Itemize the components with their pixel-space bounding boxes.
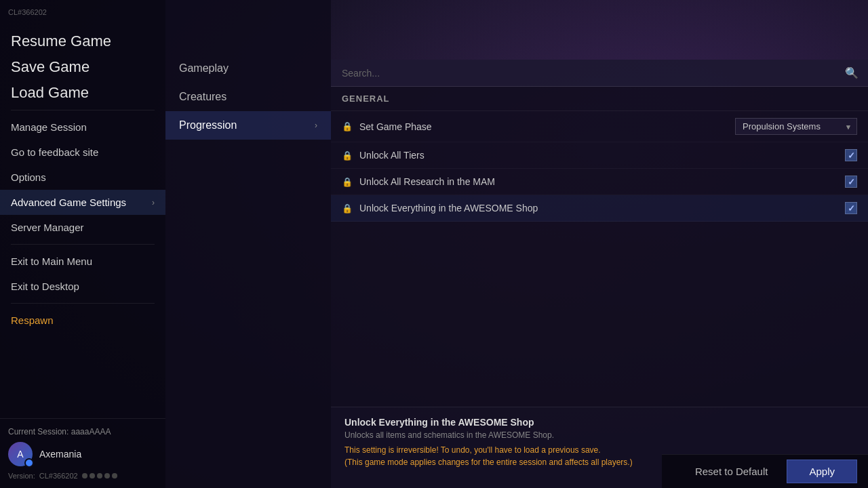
lock-icon-tiers: 🔒 [342,150,353,161]
separator-3 [11,303,155,304]
category-item-gameplay[interactable]: Gameplay [165,54,331,83]
info-description: Unlocks all items and schematics in the … [344,430,854,440]
setting-row-unlock-research[interactable]: 🔒 Unlock All Research in the MAM ✓ [331,169,868,195]
sidebar-item-resume-game[interactable]: Resume Game [0,28,165,54]
checkmark-research: ✓ [848,177,855,187]
section-header-general: General [331,87,868,111]
info-warning: This setting is irreversible! To undo, y… [344,445,854,455]
lock-icon-game-phase: 🔒 [342,121,353,131]
bottom-bar: Reset to Default Apply [662,454,868,488]
version-label: Version: [8,472,35,480]
category-item-creatures[interactable]: Creatures [165,83,331,111]
dot-4 [104,473,110,479]
reset-to-default-button[interactable]: Reset to Default [684,460,779,483]
search-input[interactable] [331,61,835,85]
sidebar-item-advanced-settings[interactable]: Advanced Game Settings › [0,190,165,215]
lock-icon-research: 🔒 [342,177,353,187]
progression-chevron-icon: › [315,121,317,130]
info-title: Unlock Everything in the AWESOME Shop [344,417,854,428]
session-label: Current Session: aaaaAAAA [8,427,157,436]
avatar-badge [24,458,34,468]
sidebar-item-feedback[interactable]: Go to feedback site [0,140,165,165]
sidebar-item-exit-desktop[interactable]: Exit to Desktop [0,274,165,299]
version-bottom: Version: CL#366202 [8,472,157,480]
setting-label-shop: Unlock Everything in the AWESOME Shop [359,203,845,214]
version-dots [82,473,117,479]
category-label-progression: Progression [179,119,237,131]
sidebar-item-save-game[interactable]: Save Game [0,54,165,80]
setting-row-unlock-shop[interactable]: 🔒 Unlock Everything in the AWESOME Shop … [331,195,868,222]
separator-1 [11,110,155,110]
setting-label-research: Unlock All Research in the MAM [359,176,845,187]
checkbox-unlock-research[interactable]: ✓ [845,176,857,188]
dot-5 [112,473,117,479]
sidebar-item-manage-session[interactable]: Manage Session [0,115,165,140]
sidebar: CL#366202 Resume Game Save Game Load Gam… [0,0,165,488]
game-phase-dropdown[interactable]: Propulsion Systems Early Game Mid Game L… [735,118,857,135]
category-label-gameplay: Gameplay [179,62,229,75]
user-row: A Axemania [8,442,157,466]
username: Axemania [39,449,81,460]
sidebar-item-options[interactable]: Options [0,165,165,190]
sidebar-nav: Resume Game Save Game Load Game Manage S… [0,22,165,418]
setting-row-unlock-tiers[interactable]: 🔒 Unlock All Tiers ✓ [331,142,868,169]
setting-label-game-phase: Set Game Phase [359,121,735,132]
checkbox-unlock-tiers[interactable]: ✓ [845,149,857,161]
version-tag: CL#366202 [0,5,165,22]
avatar: A [8,442,33,466]
dot-3 [97,473,102,479]
dot-2 [90,473,95,479]
settings-area: General 🔒 Set Game Phase Propulsion Syst… [331,87,868,407]
sidebar-item-server-manager[interactable]: Server Manager [0,215,165,240]
setting-label-tiers: Unlock All Tiers [359,150,845,161]
category-panel: Gameplay Creatures Progression › [165,0,331,488]
checkbox-unlock-shop[interactable]: ✓ [845,202,857,214]
sidebar-item-load-game[interactable]: Load Game [0,80,165,106]
lock-icon-shop: 🔒 [342,203,353,214]
search-bar: 🔍 [331,60,868,87]
dot-1 [82,473,87,479]
checkmark-tiers: ✓ [848,150,855,161]
category-label-creatures: Creatures [179,91,226,103]
sidebar-bottom: Current Session: aaaaAAAA A Axemania Ver… [0,418,165,488]
checkmark-shop: ✓ [848,203,855,214]
game-phase-dropdown-wrapper: Propulsion Systems Early Game Mid Game L… [735,118,857,135]
category-item-progression[interactable]: Progression › [165,111,331,140]
sidebar-item-exit-main[interactable]: Exit to Main Menu [0,249,165,274]
chevron-right-icon: › [152,198,155,207]
sidebar-item-respawn[interactable]: Respawn [0,308,165,333]
search-icon[interactable]: 🔍 [835,60,868,86]
separator-2 [11,244,155,245]
setting-row-game-phase[interactable]: 🔒 Set Game Phase Propulsion Systems Earl… [331,111,868,142]
apply-button[interactable]: Apply [787,460,857,483]
version-value: CL#366202 [39,472,78,480]
main-content: 🔍 General 🔒 Set Game Phase Propulsion Sy… [331,0,868,488]
